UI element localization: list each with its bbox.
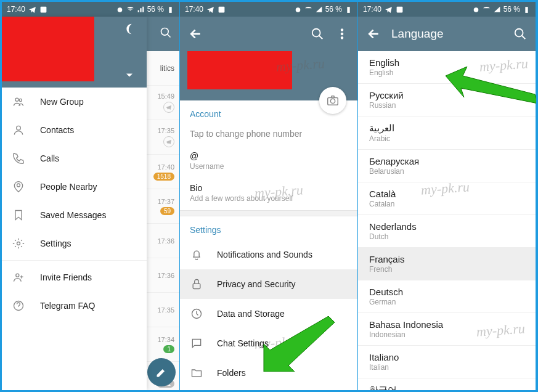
settings-item-label: Notifications and Sounds <box>217 250 312 259</box>
status-time: 17:40 <box>7 5 25 14</box>
language-item-korean[interactable]: 한국어Korean <box>358 378 536 390</box>
battery-icon <box>166 6 174 14</box>
camera-button[interactable] <box>319 87 346 114</box>
drawer-header <box>2 17 147 88</box>
battery-text: 56 % <box>503 5 520 14</box>
svg-point-3 <box>161 28 169 36</box>
panel-settings: 17:40 56 % Account Tap to change ph <box>180 2 358 390</box>
chat-item[interactable]: 17:36 <box>146 258 179 293</box>
drawer-item-people-nearby[interactable]: People Nearby <box>2 173 147 201</box>
settings-item-notifications-and-sounds[interactable]: Notifications and Sounds <box>180 240 357 269</box>
language-item-french[interactable]: FrançaisFrench <box>358 248 536 280</box>
settings-item-chat-settings[interactable]: Chat Settings <box>180 329 357 358</box>
bio-title: Bio <box>190 183 348 193</box>
settings-item-privacy-and-security[interactable]: Privacy and Security <box>180 269 357 299</box>
chat-item[interactable]: 17:36 <box>146 224 179 258</box>
contact-icon <box>12 124 25 136</box>
data-icon <box>190 308 203 320</box>
settings-item-label: Chat Settings <box>217 338 269 348</box>
language-item-italian[interactable]: ItalianoItalian <box>358 346 536 378</box>
language-item-belarusian[interactable]: БеларускаяBelarusian <box>358 150 536 182</box>
svg-rect-0 <box>41 6 47 12</box>
alarm-icon <box>116 6 124 14</box>
back-icon[interactable] <box>189 27 202 41</box>
language-english: German <box>369 298 524 306</box>
svg-point-1 <box>117 7 122 12</box>
battery-text: 56 % <box>325 5 342 14</box>
language-native: Bahasa Indonesia <box>369 319 524 330</box>
language-item-dutch[interactable]: NederlandsDutch <box>358 215 536 248</box>
language-item-german[interactable]: DeutschGerman <box>358 280 536 313</box>
drawer-item-invite-friends[interactable]: Invite Friends <box>2 263 147 292</box>
chat-icon <box>190 337 203 349</box>
language-item-indonesian[interactable]: Bahasa IndonesiaIndonesian <box>358 313 536 346</box>
more-icon[interactable] <box>335 27 349 41</box>
drawer-item-label: Telegram FAQ <box>40 301 95 311</box>
settings-header <box>180 17 357 51</box>
username-field[interactable]: @ Username <box>180 146 357 178</box>
phone-field[interactable]: Tap to change phone number <box>180 124 357 146</box>
drawer-item-saved-messages[interactable]: Saved Messages <box>2 201 147 229</box>
signal-icon <box>493 6 501 14</box>
expand-icon[interactable] <box>123 69 136 84</box>
drawer-menu-secondary: Invite FriendsTelegram FAQ <box>2 263 147 320</box>
drawer-item-label: New Group <box>40 97 84 107</box>
language-native: Deutsch <box>369 287 524 297</box>
bell-icon <box>190 248 203 261</box>
panel-language: 17:40 56 % Language EnglishEnglishРусски… <box>358 2 536 390</box>
language-list: EnglishEnglishРусскийRussianالعربيةArabi… <box>358 51 536 390</box>
language-english: English <box>369 68 524 77</box>
language-item-catalan[interactable]: CatalàCatalan <box>358 182 536 215</box>
battery-icon <box>344 6 353 14</box>
drawer-item-calls[interactable]: Calls <box>2 144 147 173</box>
settings-item-data-and-storage[interactable]: Data and Storage <box>180 299 357 329</box>
chat-item[interactable]: 15:49 <box>146 86 179 120</box>
profile-redacted <box>187 51 292 89</box>
settings-item-label: Folders <box>217 368 246 378</box>
panel-drawer: 17:40 56 % litics15:4917:3517:40151817:3… <box>2 2 180 390</box>
language-native: Català <box>369 189 524 199</box>
svg-rect-12 <box>219 6 225 12</box>
image-icon <box>218 6 226 14</box>
drawer-item-telegram-faq[interactable]: Telegram FAQ <box>2 292 147 320</box>
drawer-item-new-group[interactable]: New Group <box>2 88 147 116</box>
compose-fab[interactable] <box>147 358 176 386</box>
drawer-item-label: People Nearby <box>40 182 97 192</box>
night-mode-icon[interactable] <box>124 23 137 38</box>
invite-icon <box>12 271 25 284</box>
drawer-item-contacts[interactable]: Contacts <box>2 116 147 144</box>
chat-item[interactable]: 17:401518 <box>146 155 179 189</box>
settings-item-devices[interactable]: Devices <box>180 388 357 390</box>
language-native: Русский <box>369 90 524 100</box>
drawer-menu: New GroupContactsCallsPeople NearbySaved… <box>2 88 147 258</box>
svg-line-4 <box>168 35 171 38</box>
svg-point-5 <box>15 98 18 101</box>
chat-item[interactable]: 17:35 <box>146 120 179 155</box>
chat-item[interactable]: litics <box>146 51 179 86</box>
drawer-item-settings[interactable]: Settings <box>2 229 147 258</box>
bio-field[interactable]: Bio Add a few words about yourself <box>180 178 357 210</box>
search-icon[interactable] <box>311 27 324 41</box>
svg-point-13 <box>295 7 300 12</box>
svg-point-8 <box>17 184 20 187</box>
search-icon[interactable] <box>513 27 527 41</box>
drawer-item-label: Invite Friends <box>40 272 92 282</box>
back-icon[interactable] <box>367 27 380 41</box>
tutorial-container: 17:40 56 % litics15:4917:3517:40151817:3… <box>0 0 538 392</box>
search-icon[interactable] <box>160 27 172 41</box>
signal-icon <box>315 6 323 14</box>
svg-point-10 <box>16 274 19 277</box>
chat-item[interactable]: 17:35 <box>146 293 179 327</box>
wifi-icon <box>126 6 134 14</box>
svg-point-27 <box>473 7 478 12</box>
language-item-russian[interactable]: РусскийRussian <box>358 84 536 116</box>
language-item-english[interactable]: EnglishEnglish <box>358 51 536 84</box>
settings-item-folders[interactable]: Folders <box>180 358 357 388</box>
chat-item[interactable]: 17:341 <box>146 327 179 362</box>
status-time: 17:40 <box>363 5 381 14</box>
bio-hint: Add a few words about yourself <box>190 194 348 203</box>
language-item-arabic[interactable]: العربيةArabic <box>358 116 536 150</box>
svg-point-15 <box>312 29 320 37</box>
language-english: Catalan <box>369 200 524 208</box>
chat-item[interactable]: 17:3759 <box>146 189 179 224</box>
